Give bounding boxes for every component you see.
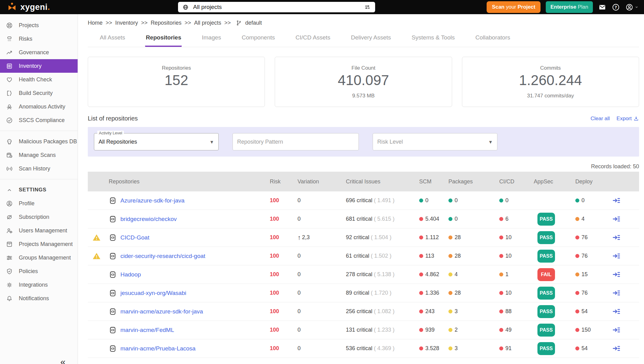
- cicd-cell: 88: [499, 308, 534, 315]
- project-selector[interactable]: All projects: [178, 2, 375, 12]
- open-detail-icon[interactable]: [612, 252, 621, 260]
- activity-level-label: Activity Level: [97, 131, 124, 135]
- tab-systems-tools[interactable]: Systems & Tools: [411, 31, 455, 47]
- sidebar-item-malicious-packages-db[interactable]: Malicious Packages DB: [0, 135, 78, 148]
- bell-icon: [6, 295, 13, 302]
- deploy-cell: 54: [575, 345, 612, 352]
- deploy-cell: 150: [575, 327, 612, 333]
- variation-cell: ↑0: [298, 197, 342, 204]
- status-dot: [419, 291, 423, 295]
- breadcrumb-all-projects[interactable]: All projects: [194, 20, 221, 26]
- app-window: xygeni. All projects Scan your Project E…: [0, 0, 644, 364]
- card-label: Repositories: [162, 65, 191, 71]
- export-button[interactable]: Export: [617, 116, 639, 122]
- activity-level-select[interactable]: Activity Level All Repositories ▼: [94, 133, 219, 150]
- repo-link[interactable]: CICD-Goat: [120, 234, 149, 241]
- col-variation: Variation: [298, 178, 342, 185]
- tab-repositories[interactable]: Repositories: [145, 31, 182, 47]
- table-row: Azure/azure-sdk-for-java 100 ↑0 696 crit…: [88, 191, 639, 210]
- sidebar-item-sscs-compliance[interactable]: SSCS Compliance: [0, 113, 78, 127]
- chevron-up-icon: [6, 186, 13, 194]
- sidebar-item-health-check[interactable]: Health Check: [0, 73, 78, 86]
- repo-link[interactable]: bridgecrewio/checkov: [120, 216, 177, 223]
- scm-cell: 4.862: [419, 271, 448, 278]
- sidebar-item-risks[interactable]: Risks: [0, 32, 78, 46]
- open-detail-icon[interactable]: [612, 215, 621, 223]
- code-repo-icon: [109, 270, 117, 279]
- clear-all-button[interactable]: Clear all: [591, 116, 610, 122]
- cicd-cell: 91: [499, 345, 534, 352]
- select-caret-icon: ▼: [209, 139, 214, 145]
- open-detail-icon[interactable]: [612, 326, 621, 334]
- card-label: Commits: [540, 65, 561, 71]
- col-scm: SCM: [419, 178, 448, 185]
- filter-tune-icon[interactable]: [364, 4, 371, 10]
- appsec-badge: FAIL: [537, 268, 555, 281]
- open-detail-icon[interactable]: [612, 344, 621, 353]
- open-detail-icon[interactable]: [612, 233, 621, 242]
- open-detail-icon[interactable]: [612, 196, 621, 205]
- open-detail-icon[interactable]: [612, 289, 621, 297]
- table-row: Hadoop 100 ↑0 278 critical ( 5.138 ) 4.8…: [88, 265, 639, 284]
- risk-score: 100: [270, 345, 298, 352]
- sidebar-item-inventory[interactable]: Inventory: [0, 59, 78, 73]
- packages-cell: 3: [448, 308, 499, 315]
- sidebar-item-projects-management[interactable]: Projects Management: [0, 237, 78, 251]
- repo-link[interactable]: Azure/azure-sdk-for-java: [120, 197, 184, 204]
- breadcrumb-home[interactable]: Home: [88, 20, 103, 26]
- breadcrumb-repositories[interactable]: Repositories: [151, 20, 181, 26]
- status-dot: [499, 309, 503, 313]
- repo-link[interactable]: marvin-acme/Prueba-Lacosa: [120, 345, 196, 352]
- sidebar-item-profile[interactable]: Profile: [0, 197, 78, 210]
- sidebar-item-anomalous-activity[interactable]: Anomalous Activity: [0, 100, 78, 113]
- variation-value: 0: [298, 308, 301, 315]
- enterprise-plan-button[interactable]: Enterprise Plan: [546, 1, 593, 13]
- tab-ci-cd-assets[interactable]: CI/CD Assets: [295, 31, 331, 47]
- breadcrumb-inventory[interactable]: Inventory: [115, 20, 138, 26]
- mail-icon[interactable]: [598, 3, 606, 11]
- tab-all-assets[interactable]: All Assets: [99, 31, 126, 47]
- status-dot: [575, 254, 579, 258]
- repository-pattern-input[interactable]: [233, 133, 359, 150]
- repo-link[interactable]: marvin-acme/FedML: [120, 327, 174, 333]
- sidebar-item-notifications[interactable]: Notifications: [0, 292, 78, 305]
- sidebar-item-projects[interactable]: Projects: [0, 18, 78, 32]
- sidebar-collapse-button[interactable]: «: [60, 357, 66, 364]
- branch-selector[interactable]: default: [245, 20, 262, 26]
- logo[interactable]: xygeni.: [6, 2, 50, 12]
- sidebar-item-policies[interactable]: Policies: [0, 264, 78, 278]
- repo-link[interactable]: marvin-acme/azure-sdk-for-java: [120, 308, 203, 315]
- dollar-cycle-icon: [6, 214, 13, 221]
- tab-images[interactable]: Images: [201, 31, 221, 47]
- sidebar-item-integrations[interactable]: Integrations: [0, 278, 78, 292]
- table-row: jesucuad-xyn-org/Wasabi 100 ↑0 89 critic…: [88, 284, 639, 302]
- packages-cell: 28: [448, 234, 499, 241]
- tab-components[interactable]: Components: [241, 31, 276, 47]
- open-detail-icon[interactable]: [612, 270, 621, 279]
- status-dot: [419, 217, 423, 221]
- tab-collaborators[interactable]: Collaborators: [475, 31, 511, 47]
- sidebar-item-build-security[interactable]: Build Security: [0, 86, 78, 100]
- sidebar-item-users-management[interactable]: Users Management: [0, 224, 78, 237]
- code-repo-icon: [109, 307, 117, 316]
- open-detail-icon[interactable]: [612, 307, 621, 316]
- scan-project-button[interactable]: Scan your Project: [487, 1, 541, 13]
- sidebar-item-groups-management[interactable]: Groups Management: [0, 251, 78, 264]
- account-menu[interactable]: [625, 3, 639, 11]
- risk-score: 100: [270, 308, 298, 315]
- repo-link[interactable]: Hadoop: [120, 271, 141, 278]
- warning-icon: [92, 233, 101, 242]
- risk-level-select[interactable]: Risk Level ▼: [373, 133, 497, 150]
- sidebar-item-governance[interactable]: Governance: [0, 46, 78, 59]
- sidebar-item-manage-scans[interactable]: Manage Scans: [0, 148, 78, 162]
- sidebar-item-subscription[interactable]: Subscription: [0, 210, 78, 224]
- help-icon[interactable]: [612, 3, 620, 11]
- repo-link[interactable]: jesucuad-xyn-org/Wasabi: [120, 290, 186, 297]
- status-dot: [499, 291, 503, 295]
- topbar: xygeni. All projects Scan your Project E…: [0, 0, 644, 14]
- sidebar-item-scan-history[interactable]: Scan History: [0, 162, 78, 175]
- repo-link[interactable]: cider-security-research/cicd-goat: [120, 253, 205, 260]
- tab-delivery-assets[interactable]: Delivery Assets: [350, 31, 392, 47]
- sidebar-section-settings[interactable]: SETTINGS: [0, 183, 78, 197]
- download-icon: [633, 116, 639, 121]
